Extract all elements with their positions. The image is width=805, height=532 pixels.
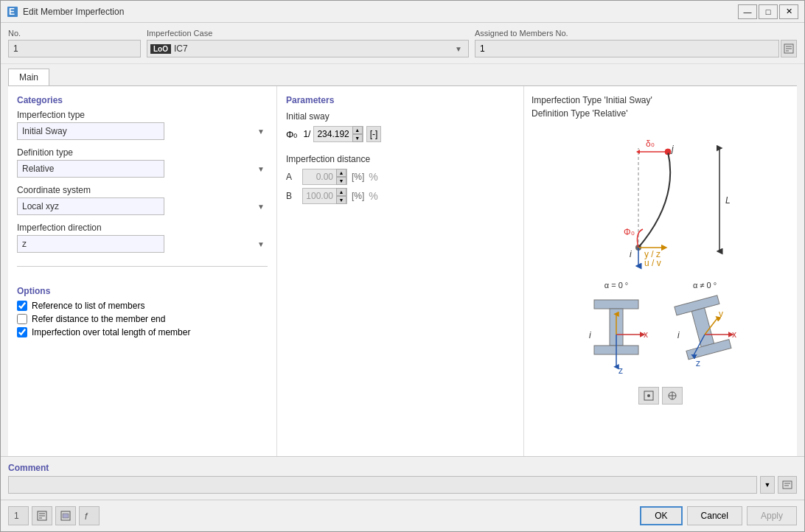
main-content: Main Categories Imperfection type [1, 64, 804, 456]
bottom-diagrams: α = 0 ° x i [576, 281, 745, 381]
assigned-input[interactable] [475, 40, 779, 57]
imperfection-direction-select[interactable]: z [17, 235, 164, 253]
footer-buttons: OK Cancel Apply [640, 506, 797, 525]
beam-label-alpha0: α = 0 ° [604, 281, 628, 290]
spacer [17, 349, 268, 447]
tab-main[interactable]: Main [8, 69, 49, 85]
toolbar-btn-3[interactable] [55, 506, 76, 525]
svg-text:E: E [9, 7, 15, 17]
svg-text:δ₀: δ₀ [646, 139, 655, 149]
svg-point-52 [647, 394, 650, 397]
no-field-group: No. [8, 29, 141, 57]
phi-spin-up[interactable]: ▲ [352, 126, 363, 134]
no-input[interactable] [8, 40, 141, 57]
left-panel: Categories Imperfection type Initial Swa… [8, 86, 277, 456]
comment-action-button[interactable] [778, 476, 797, 494]
svg-rect-65 [63, 514, 69, 518]
phi-symbol: Φ₀ [286, 129, 297, 140]
edit-member-imperfection-dialog: E Edit Member Imperfection — □ ✕ No. Imp… [0, 0, 805, 532]
svg-text:u / v: u / v [644, 258, 661, 268]
ok-button[interactable]: OK [640, 506, 682, 525]
ic-value: IC7 [174, 43, 449, 54]
diagram-btn-2[interactable] [662, 387, 683, 405]
imperfection-type-wrapper: Initial Sway ▼ [17, 122, 268, 140]
info-text: Imperfection Type 'Initial Sway' Definit… [532, 94, 790, 120]
title-bar: E Edit Member Imperfection — □ ✕ [1, 1, 804, 23]
beam-diagram-alphane0: α ≠ 0 ° x [664, 281, 745, 381]
distance-section: Imperfection distance A 0.00 ▲ ▼ [%] [286, 154, 515, 207]
assigned-row [475, 40, 797, 57]
diagram-btn-1[interactable] [638, 387, 659, 405]
imperfection-type-select[interactable]: Initial Sway [17, 122, 164, 140]
imperfection-type-group: Imperfection type Initial Sway ▼ [17, 110, 268, 140]
toolbar-btn-4[interactable]: f [79, 506, 100, 525]
middle-panel: Parameters Initial sway Φ₀ 1/ 234.192 ▲ … [277, 86, 524, 456]
svg-text:z: z [618, 365, 623, 376]
no-label: No. [8, 29, 141, 38]
footer-toolbar: 1 [8, 506, 100, 525]
definition-type-label: Definition type [17, 147, 268, 158]
phi-spin-down[interactable]: ▼ [352, 134, 363, 142]
options-section: Options Reference to list of members Ref… [17, 286, 268, 340]
definition-type-arrow: ▼ [257, 165, 265, 173]
sway-diagram-svg: L i j [550, 126, 771, 273]
comment-input[interactable] [8, 476, 757, 494]
distance-a-down[interactable]: ▼ [336, 177, 346, 185]
svg-text:x: x [644, 329, 648, 340]
close-button[interactable]: ✕ [779, 4, 798, 19]
window-title: Edit Member Imperfection [23, 7, 738, 17]
window-controls: — □ ✕ [738, 4, 798, 19]
distance-b-up[interactable]: ▲ [336, 188, 346, 196]
svg-text:v: v [719, 309, 723, 319]
imperfection-direction-arrow: ▼ [257, 240, 265, 248]
tab-bar: Main [1, 64, 804, 85]
distance-a-spin: ▲ ▼ [336, 169, 346, 185]
comment-dropdown: ▼ [760, 476, 775, 494]
cancel-button[interactable]: Cancel [687, 506, 742, 525]
diagram-area: L i j [532, 126, 790, 449]
imperfection-case-group: Imperfection Case LoO IC7 ▼ [147, 29, 469, 57]
option-row-2: Imperfection over total length of member [17, 327, 268, 337]
option-checkbox-2[interactable] [17, 327, 27, 337]
loc-badge: LoO [150, 44, 171, 54]
distance-b-percent: % [369, 190, 377, 202]
phi-dash-button[interactable]: [-] [366, 126, 382, 142]
coordinate-system-group: Coordinate system Local xyz ▼ [17, 185, 268, 215]
definition-type-select[interactable]: Relative [17, 160, 164, 178]
imperfection-direction-group: Imperfection direction z ▼ [17, 223, 268, 253]
footer-bar: 1 [1, 500, 804, 531]
option-checkbox-1[interactable] [17, 314, 27, 324]
beam-svg-alpha0: x i z [576, 293, 657, 381]
distance-a-value: 0.00 [303, 172, 336, 182]
categories-title: Categories [17, 95, 268, 105]
distance-a-up[interactable]: ▲ [336, 169, 346, 177]
imperfection-type-arrow: ▼ [257, 127, 265, 136]
window-icon: E [7, 6, 18, 18]
phi-spin-buttons: ▲ ▼ [352, 126, 363, 142]
right-panel: Imperfection Type 'Initial Sway' Definit… [524, 86, 797, 456]
apply-button[interactable]: Apply [747, 506, 797, 525]
option-checkbox-0[interactable] [17, 301, 27, 311]
assigned-edit-button[interactable] [781, 40, 797, 57]
svg-text:f: f [85, 511, 88, 522]
assigned-group: Assigned to Members No. [475, 29, 797, 57]
coordinate-system-select[interactable]: Local xyz [17, 197, 164, 215]
minimize-button[interactable]: — [738, 4, 757, 19]
distance-b-unit: [%] [352, 191, 364, 201]
distance-b-value: 100.00 [303, 191, 336, 201]
distance-b-letter: B [286, 191, 298, 201]
initial-sway-section: Initial sway Φ₀ 1/ 234.192 ▲ ▼ [-] [286, 111, 515, 145]
comment-dropdown-btn[interactable]: ▼ [760, 476, 775, 494]
svg-rect-56 [783, 481, 792, 489]
toolbar-btn-1[interactable]: 1 [8, 506, 29, 525]
parameters-title: Parameters [286, 95, 515, 105]
definition-type-wrapper: Relative ▼ [17, 160, 268, 178]
toolbar-btn-2[interactable] [32, 506, 52, 525]
maximize-button[interactable]: □ [759, 4, 778, 19]
imperfection-case-select[interactable]: LoO IC7 ▼ [147, 40, 469, 57]
svg-text:i: i [677, 330, 680, 340]
diagram-toolbar [638, 387, 683, 405]
imperfection-case-dropdown-arrow[interactable]: ▼ [452, 45, 465, 53]
distance-label: Imperfection distance [286, 154, 515, 164]
distance-b-down[interactable]: ▼ [336, 196, 346, 204]
